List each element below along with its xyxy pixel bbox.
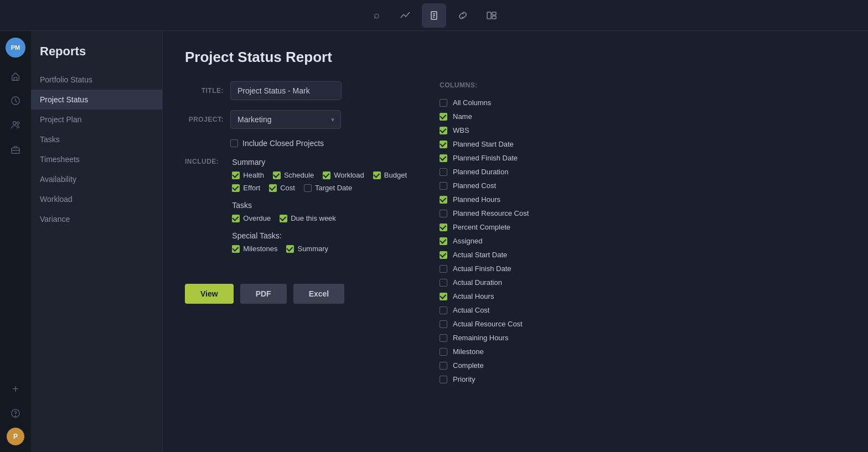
all-columns-label: All Columns (453, 98, 491, 107)
pdf-button[interactable]: PDF (240, 284, 287, 304)
wbs-checkbox[interactable] (440, 127, 447, 134)
actual-duration-label: Actual Duration (453, 278, 502, 287)
sidebar-item-project-status[interactable]: Project Status (31, 90, 162, 110)
layout-icon[interactable] (479, 3, 504, 28)
clock-icon[interactable] (6, 91, 25, 111)
planned-finish-date-checkbox[interactable] (440, 154, 447, 162)
toolbar-icons: ⌕ (364, 3, 504, 28)
priority-label: Priority (453, 375, 475, 383)
form-area: TITLE: PROJECT: Marketing Design Develop… (185, 81, 846, 383)
sidebar: Reports Portfolio Status Project Status … (31, 31, 163, 452)
svg-point-9 (17, 122, 19, 124)
user-avatar[interactable]: P (7, 428, 24, 445)
milestones-checkbox[interactable] (232, 245, 240, 253)
sidebar-item-tasks[interactable]: Tasks (31, 129, 162, 149)
app-logo[interactable]: PM (6, 38, 25, 58)
planned-duration-checkbox[interactable] (440, 168, 447, 176)
assigned-checkbox[interactable] (440, 237, 447, 245)
name-label: Name (453, 112, 472, 121)
project-select[interactable]: Marketing Design Development Finance (230, 110, 341, 129)
name-checkbox[interactable] (440, 113, 447, 121)
link-icon[interactable] (451, 3, 475, 28)
remaining-hours-checkbox[interactable] (440, 334, 447, 342)
all-columns-checkbox[interactable] (440, 99, 447, 107)
svg-rect-4 (487, 12, 491, 19)
planned-resource-cost-label: Planned Resource Cost (453, 209, 529, 217)
columns-scroll[interactable]: All Columns Name WBS Planned Start Date (440, 96, 606, 383)
sidebar-item-portfolio-status[interactable]: Portfolio Status (31, 70, 162, 90)
sidebar-item-variance[interactable]: Variance (31, 209, 162, 229)
planned-duration-label: Planned Duration (453, 168, 508, 176)
actual-finish-date-checkbox[interactable] (440, 265, 447, 273)
column-actual-duration: Actual Duration (440, 276, 606, 289)
analytics-icon[interactable] (393, 3, 417, 28)
budget-checkbox[interactable] (373, 172, 381, 179)
effort-checkbox[interactable] (232, 184, 240, 192)
cost-checkbox[interactable] (269, 184, 277, 192)
briefcase-icon[interactable] (6, 139, 25, 159)
planned-cost-checkbox[interactable] (440, 182, 447, 190)
health-checkbox[interactable] (232, 172, 240, 179)
sidebar-item-timesheets[interactable]: Timesheets (31, 149, 162, 169)
excel-button[interactable]: Excel (293, 284, 345, 304)
planned-hours-checkbox[interactable] (440, 196, 447, 204)
effort-label: Effort (243, 184, 260, 192)
include-effort: Effort (232, 184, 260, 192)
actual-start-date-checkbox[interactable] (440, 251, 447, 259)
home-icon[interactable] (6, 66, 25, 86)
workload-checkbox[interactable] (323, 172, 330, 179)
due-this-week-checkbox[interactable] (280, 215, 287, 222)
actual-hours-checkbox[interactable] (440, 293, 447, 300)
people-icon[interactable] (6, 115, 25, 135)
sidebar-item-availability[interactable]: Availability (31, 169, 162, 189)
special-tasks-title: Special Tasks: (232, 231, 417, 240)
clipboard-icon[interactable] (422, 3, 446, 28)
actual-duration-checkbox[interactable] (440, 279, 447, 287)
actual-finish-date-label: Actual Finish Date (453, 264, 512, 273)
actual-resource-cost-checkbox[interactable] (440, 320, 447, 328)
column-remaining-hours: Remaining Hours (440, 331, 606, 345)
column-name: Name (440, 110, 606, 123)
target-date-label: Target Date (315, 184, 352, 192)
project-row: PROJECT: Marketing Design Development Fi… (185, 110, 417, 129)
form-left: TITLE: PROJECT: Marketing Design Develop… (185, 81, 417, 304)
include-closed-checkbox[interactable] (230, 139, 238, 147)
add-icon[interactable]: + (6, 379, 25, 399)
overdue-checkbox[interactable] (232, 215, 240, 222)
planned-hours-label: Planned Hours (453, 195, 500, 204)
column-assigned: Assigned (440, 234, 606, 248)
overdue-label: Overdue (243, 214, 271, 222)
column-percent-complete: Percent Complete (440, 220, 606, 234)
sidebar-item-workload[interactable]: Workload (31, 189, 162, 209)
search-zoom-icon[interactable]: ⌕ (364, 3, 389, 28)
column-planned-hours: Planned Hours (440, 193, 606, 206)
help-icon[interactable] (6, 403, 25, 423)
priority-checkbox[interactable] (440, 376, 447, 383)
milestone-checkbox[interactable] (440, 348, 447, 356)
health-label: Health (243, 171, 264, 179)
title-input[interactable] (230, 81, 342, 100)
planned-resource-cost-checkbox[interactable] (440, 210, 447, 217)
percent-complete-checkbox[interactable] (440, 224, 447, 231)
schedule-label: Schedule (284, 171, 314, 179)
include-schedule: Schedule (273, 171, 314, 179)
planned-start-date-checkbox[interactable] (440, 141, 447, 148)
view-button[interactable]: View (185, 284, 234, 304)
include-grid: Summary Health Schedule (232, 158, 417, 262)
complete-label: Complete (453, 361, 484, 370)
due-this-week-label: Due this week (291, 214, 336, 222)
special-tasks-items: Milestones Summary (232, 245, 417, 253)
sidebar-item-project-plan[interactable]: Project Plan (31, 110, 162, 129)
milestone-label: Milestone (453, 347, 484, 356)
actual-cost-checkbox[interactable] (440, 306, 447, 314)
cost-label: Cost (280, 184, 295, 192)
budget-label: Budget (384, 171, 407, 179)
summary-items: Health Schedule Workload (232, 171, 417, 192)
columns-label: COLUMNS: (440, 81, 606, 89)
target-date-checkbox[interactable] (304, 184, 312, 192)
complete-checkbox[interactable] (440, 362, 447, 370)
columns-panel: COLUMNS: All Columns Name WBS (440, 81, 606, 383)
schedule-checkbox[interactable] (273, 172, 281, 179)
button-row: View PDF Excel (185, 284, 417, 304)
summary-checkbox[interactable] (286, 245, 294, 253)
